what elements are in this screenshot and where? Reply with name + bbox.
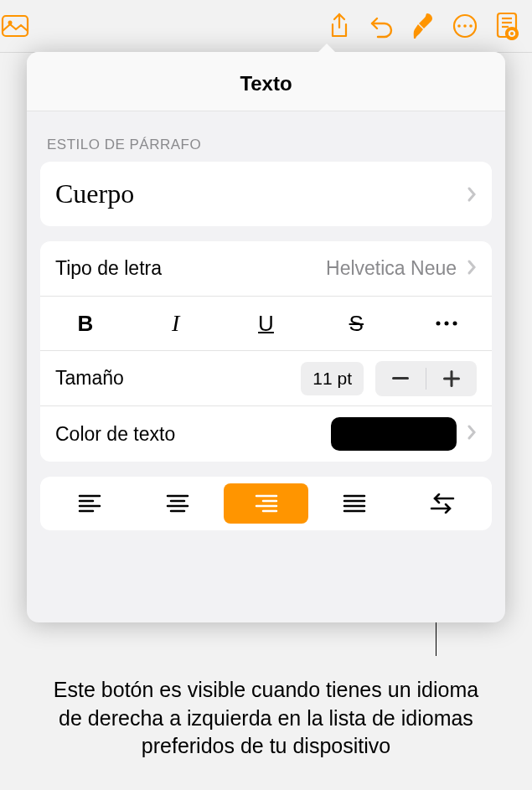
svg-point-13 bbox=[436, 322, 441, 326]
more-text-options-button[interactable] bbox=[401, 297, 492, 350]
align-justify-button[interactable] bbox=[312, 483, 396, 524]
italic-button[interactable]: I bbox=[131, 297, 221, 350]
chevron-right-icon bbox=[467, 259, 477, 279]
main-toolbar bbox=[0, 0, 532, 52]
align-center-button[interactable] bbox=[135, 483, 220, 524]
font-value: Helvetica Neue bbox=[326, 257, 457, 280]
text-style-row: B I U S bbox=[40, 297, 492, 351]
align-left-button[interactable] bbox=[47, 483, 132, 524]
underline-button[interactable]: U bbox=[221, 297, 312, 350]
callout-text: Este botón es visible cuando tienes un i… bbox=[50, 676, 482, 761]
media-button[interactable] bbox=[0, 5, 29, 47]
svg-point-3 bbox=[457, 24, 461, 28]
size-row: Tamaño 11 pt bbox=[40, 351, 492, 406]
popover-arrow bbox=[317, 44, 337, 54]
format-popover: Texto ESTILO DE PÁRRAFO Cuerpo Tipo de l… bbox=[27, 52, 505, 622]
strikethrough-button[interactable]: S bbox=[311, 297, 401, 350]
color-swatch[interactable] bbox=[331, 417, 457, 451]
svg-point-12 bbox=[510, 32, 514, 35]
text-properties-card: Tipo de letra Helvetica Neue B I U S Tam… bbox=[40, 241, 492, 462]
bold-button[interactable]: B bbox=[40, 297, 131, 350]
text-direction-button[interactable] bbox=[400, 483, 485, 524]
size-increment-button[interactable] bbox=[426, 361, 477, 396]
svg-rect-18 bbox=[451, 370, 453, 387]
more-button[interactable] bbox=[444, 5, 486, 47]
svg-point-15 bbox=[453, 322, 457, 326]
size-stepper bbox=[375, 361, 477, 396]
popover-title: Texto bbox=[27, 52, 505, 111]
read-mode-button[interactable] bbox=[486, 5, 528, 47]
text-color-label: Color de texto bbox=[55, 423, 175, 446]
share-button[interactable] bbox=[318, 5, 360, 47]
svg-point-14 bbox=[445, 322, 449, 326]
paragraph-style-value: Cuerpo bbox=[55, 178, 134, 209]
svg-point-5 bbox=[469, 24, 473, 28]
undo-button[interactable] bbox=[360, 5, 402, 47]
font-row[interactable]: Tipo de letra Helvetica Neue bbox=[40, 241, 492, 297]
chevron-right-icon bbox=[467, 424, 477, 444]
svg-rect-0 bbox=[3, 16, 28, 36]
size-decrement-button[interactable] bbox=[375, 361, 426, 396]
align-right-button[interactable] bbox=[224, 483, 308, 524]
paragraph-style-card[interactable]: Cuerpo bbox=[40, 162, 492, 226]
size-value[interactable]: 11 pt bbox=[301, 362, 364, 395]
svg-rect-16 bbox=[392, 377, 409, 380]
svg-point-4 bbox=[463, 24, 467, 28]
alignment-row bbox=[40, 477, 492, 530]
chevron-right-icon bbox=[467, 178, 477, 209]
size-label: Tamaño bbox=[55, 367, 124, 390]
paragraph-style-section-label: ESTILO DE PÁRRAFO bbox=[27, 111, 505, 162]
format-brush-button[interactable] bbox=[402, 5, 444, 47]
font-label: Tipo de letra bbox=[55, 257, 162, 280]
text-color-row[interactable]: Color de texto bbox=[40, 406, 492, 462]
